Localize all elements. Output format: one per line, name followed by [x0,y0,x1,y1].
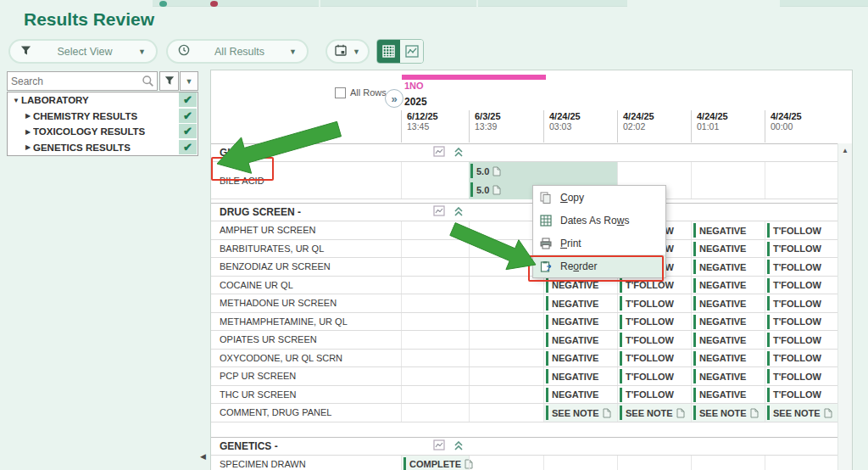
result-cell[interactable] [401,331,469,349]
result-row-cocaine-ur-ql[interactable]: NEGATIVET'FOLLOWNEGATIVET'FOLLOWCOCAINE … [211,277,838,295]
chart-view-icon[interactable] [400,40,423,63]
result-row-methamphetamine-ur-ql[interactable]: NEGATIVET'FOLLOWNEGATIVET'FOLLOWMETHAMPH… [211,313,838,332]
tree-item-genetics-results[interactable]: ▶GENETICS RESULTS✔ [8,140,198,156]
result-cell[interactable]: T'FOLLOW [765,277,838,294]
result-cell[interactable] [469,331,543,349]
column-header-2[interactable]: 4/24/2503:03 [543,110,617,143]
checkmark-icon[interactable]: ✔ [179,109,197,123]
result-row-comment-drug-panel[interactable]: SEE NOTESEE NOTESEE NOTESEE NOTECOMMENT,… [211,404,838,422]
menu-item-copy[interactable]: Copy [533,186,665,209]
collapse-section-icon[interactable] [453,207,464,216]
all-results-dropdown[interactable]: All Results ▼ [166,39,309,64]
result-cell[interactable]: SEE NOTE [617,404,691,422]
result-cell[interactable]: COMPLETE [401,456,469,470]
result-cell[interactable] [543,456,617,470]
calendar-dropdown[interactable]: ▼ [326,39,370,64]
result-cell[interactable] [617,456,691,470]
result-cell[interactable]: T'FOLLOW [765,350,838,367]
chart-icon[interactable] [433,205,445,216]
result-value[interactable]: NEGATIVE [693,242,765,256]
result-value[interactable]: T'FOLLOW [620,388,691,402]
chart-icon-button[interactable] [433,439,445,454]
result-value[interactable]: NEGATIVE [546,296,617,311]
result-cell[interactable]: NEGATIVE [691,331,765,349]
result-value[interactable]: NEGATIVE [693,388,765,402]
collapse-section-button[interactable] [453,145,464,160]
chart-icon-button[interactable] [433,204,445,220]
result-value[interactable]: NEGATIVE [693,315,765,329]
result-value[interactable]: NEGATIVE [693,223,765,238]
result-row-opiates-ur-screen[interactable]: NEGATIVET'FOLLOWNEGATIVET'FOLLOWOPIATES … [211,331,838,350]
result-value[interactable]: T'FOLLOW [767,296,838,311]
result-cell[interactable] [765,162,838,199]
result-cell[interactable]: T'FOLLOW [765,221,838,239]
result-value[interactable]: NEGATIVE [546,369,617,383]
result-value[interactable]: T'FOLLOW [767,260,838,274]
result-cell[interactable]: SEE NOTE [765,404,838,422]
result-row-specimen-drawn[interactable]: COMPLETESPECIMEN DRAWN [211,456,838,470]
result-value[interactable]: NEGATIVE [693,351,765,366]
result-value[interactable]: NEGATIVE [693,278,765,293]
column-header-5[interactable]: 4/24/2500:00 [765,110,838,143]
result-cell[interactable] [469,350,543,367]
result-cell[interactable]: NEGATIVE [543,331,617,349]
result-cell[interactable] [401,294,469,312]
result-value[interactable]: T'FOLLOW [620,333,691,347]
result-row-barbiturates-ur-ql[interactable]: NEGATIVET'FOLLOWNEGATIVET'FOLLOWBARBITUR… [211,240,838,259]
result-cell[interactable]: T'FOLLOW [617,331,691,349]
result-row-bile-acid[interactable]: 5.05.0BILE ACID [211,162,838,199]
caret-icon[interactable]: ▶ [23,112,33,120]
chart-icon[interactable] [433,146,445,157]
result-cell[interactable] [401,386,469,404]
result-value[interactable]: T'FOLLOW [767,351,838,366]
column-header-3[interactable]: 4/24/2502:02 [617,110,691,143]
result-row-methadone-ur-screen[interactable]: NEGATIVET'FOLLOWNEGATIVET'FOLLOWMETHADON… [211,294,838,313]
result-cell[interactable] [469,277,543,294]
result-value[interactable]: T'FOLLOW [620,315,691,329]
result-value[interactable]: T'FOLLOW [767,242,838,256]
checkmark-icon[interactable]: ✔ [179,140,197,154]
caret-icon[interactable]: ▼ [11,97,21,104]
result-cell[interactable] [469,367,543,385]
collapse-section-icon[interactable] [453,441,464,450]
result-value[interactable]: NEGATIVE [546,351,617,366]
result-cell[interactable] [401,350,469,367]
sidebar-filter-button[interactable] [159,71,179,91]
result-row-oxycodone-ur-ql-scrn[interactable]: NEGATIVET'FOLLOWNEGATIVET'FOLLOWOXYCODON… [211,350,838,368]
result-value[interactable]: SEE NOTE [693,406,765,420]
result-value[interactable]: SEE NOTE [546,406,617,420]
result-cell[interactable] [401,277,469,294]
result-cell[interactable] [401,240,469,258]
result-cell[interactable]: T'FOLLOW [617,367,691,385]
result-cell[interactable] [469,404,543,422]
sidebar-more-button[interactable]: ▼ [180,71,198,91]
grid-view-icon[interactable] [377,40,400,63]
result-cell[interactable]: NEGATIVE [543,367,617,385]
result-cell[interactable] [401,404,469,422]
result-cell[interactable]: NEGATIVE [543,386,617,404]
checkmark-icon[interactable]: ✔ [179,92,197,107]
tree-item-toxicology-results[interactable]: ▶TOXICOLOGY RESULTS✔ [8,124,198,140]
caret-icon[interactable]: ▶ [23,128,33,136]
result-row-benzodiaz-ur-screen[interactable]: NEGATIVET'FOLLOWNEGATIVET'FOLLOWBENZODIA… [211,258,838,277]
result-value[interactable]: T'FOLLOW [767,388,838,402]
column-header-4[interactable]: 4/24/2501:01 [691,110,765,143]
result-cell[interactable]: T'FOLLOW [765,240,838,258]
result-cell[interactable]: T'FOLLOW [765,331,838,349]
result-value[interactable]: T'FOLLOW [620,278,691,293]
result-cell[interactable] [765,456,838,470]
tree-item-laboratory[interactable]: ▼LABORATORY✔ [8,92,198,109]
result-value[interactable]: T'FOLLOW [767,315,838,329]
result-value[interactable]: NEGATIVE [546,388,617,402]
result-row-thc-ur-screen[interactable]: NEGATIVET'FOLLOWNEGATIVET'FOLLOWTHC UR S… [211,386,838,405]
result-row-pcp-ur-screen[interactable]: NEGATIVET'FOLLOWNEGATIVET'FOLLOWPCP UR S… [211,367,838,386]
result-value[interactable]: 5.0 [470,164,543,178]
collapse-pane-icon[interactable]: ◀ [200,452,206,461]
result-value[interactable]: NEGATIVE [693,333,765,347]
result-cell[interactable]: NEGATIVE [543,313,617,331]
menu-item-dates-as-rows[interactable]: Dates As Rows [533,209,665,232]
result-cell[interactable] [469,386,543,404]
result-value[interactable]: NEGATIVE [546,315,617,329]
result-cell[interactable] [469,456,543,470]
result-cell[interactable]: T'FOLLOW [617,277,691,294]
